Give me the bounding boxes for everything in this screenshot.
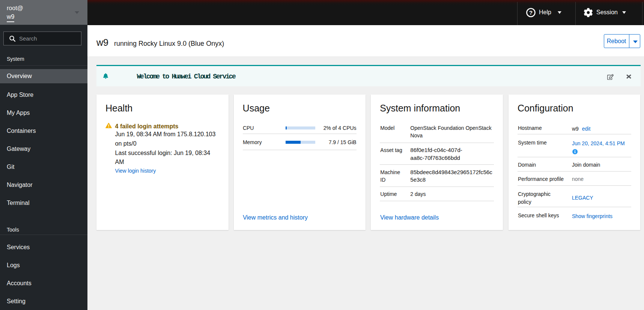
svg-text:?: ? <box>529 9 533 16</box>
